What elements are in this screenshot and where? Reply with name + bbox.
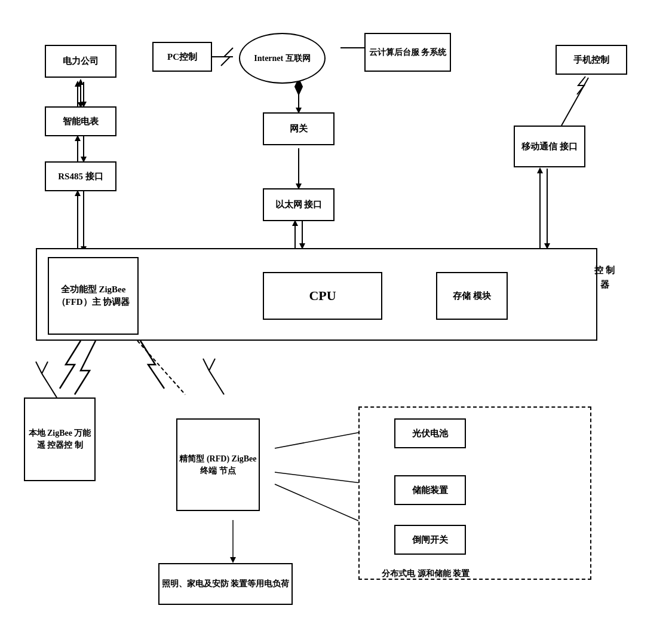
svg-line-39 bbox=[137, 341, 185, 395]
storage-box: 存储 模块 bbox=[436, 272, 508, 320]
ethernet-box: 以太网 接口 bbox=[263, 188, 335, 221]
svg-line-40 bbox=[209, 371, 224, 395]
zigbee-ffd-box: 全功能型 ZigBee （FFD）主 协调器 bbox=[48, 257, 139, 335]
svg-line-51 bbox=[42, 374, 57, 397]
phone-control-box: 手机控制 bbox=[556, 45, 627, 75]
electric-company-box: 电力公司 bbox=[45, 45, 116, 78]
mobile-interface-box: 移动通信 接口 bbox=[514, 126, 585, 167]
svg-marker-50 bbox=[230, 557, 236, 563]
svg-marker-1 bbox=[78, 79, 84, 85]
cpu-box: CPU bbox=[263, 272, 382, 320]
svg-marker-6 bbox=[75, 81, 81, 87]
local-zigbee-box: 本地 ZigBee 万能遥 控器控 制 bbox=[24, 397, 96, 481]
svg-line-42 bbox=[209, 359, 215, 371]
diagram: 电力公司 智能电表 RS485 接口 PC控制 Internet 互联网 云计算… bbox=[0, 0, 672, 633]
svg-line-45 bbox=[275, 472, 370, 484]
svg-line-53 bbox=[42, 362, 48, 374]
cloud-box: 云计算后台服 务系统 bbox=[364, 33, 451, 72]
internet-ellipse: Internet 互联网 bbox=[239, 33, 326, 84]
svg-line-34 bbox=[561, 78, 588, 126]
smart-meter-box: 智能电表 bbox=[45, 106, 116, 136]
svg-line-52 bbox=[36, 362, 42, 374]
lighting-box: 照明、家电及安防 装置等用电负荷 bbox=[158, 563, 293, 605]
switch-box: 倒闸开关 bbox=[394, 525, 466, 555]
svg-line-43 bbox=[275, 430, 370, 448]
svg-marker-37 bbox=[537, 167, 543, 173]
svg-line-47 bbox=[275, 484, 370, 526]
rfd-zigbee-box: 精简型 (RFD) ZigBee 终端 节点 bbox=[176, 418, 260, 511]
gateway-box: 网关 bbox=[263, 112, 335, 145]
distributed-label: 分布式电 源和储能 装置 bbox=[379, 568, 472, 580]
energy-storage-box: 储能装置 bbox=[394, 475, 466, 505]
pc-control-box: PC控制 bbox=[152, 42, 212, 72]
distributed-box bbox=[358, 406, 591, 580]
controller-label: 控 制 器 bbox=[593, 263, 616, 292]
solar-box: 光伏电池 bbox=[394, 418, 466, 448]
rs485-box: RS485 接口 bbox=[45, 161, 116, 191]
svg-line-41 bbox=[203, 359, 209, 371]
